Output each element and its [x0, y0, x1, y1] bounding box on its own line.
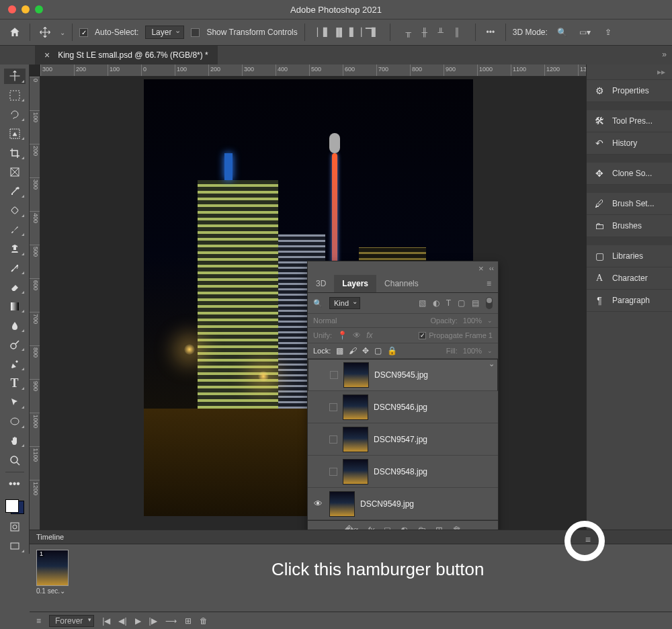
panel-brush-settings[interactable]: 🖊Brush Set...: [587, 193, 672, 215]
edit-toolbar-icon[interactable]: •••: [4, 476, 26, 492]
align-right-icon[interactable]: ▋▕: [348, 25, 363, 40]
filter-adjust-icon[interactable]: ◐: [433, 298, 439, 308]
layer-thumbnail[interactable]: [343, 427, 368, 452]
layer-checkbox[interactable]: [329, 435, 337, 444]
brush-tool[interactable]: [4, 222, 26, 238]
distribute-top-icon[interactable]: ╥: [401, 25, 416, 40]
delete-frame-button[interactable]: 🗑: [200, 616, 208, 626]
distribute-vcenter-icon[interactable]: ╫: [417, 25, 432, 40]
lock-pixels-icon[interactable]: 🖌: [349, 346, 357, 355]
fill-chevron-icon[interactable]: ⌄: [487, 347, 493, 354]
crop-tool[interactable]: [4, 145, 26, 161]
close-panel-icon[interactable]: ×: [478, 263, 484, 274]
layer-thumbnail[interactable]: [343, 459, 368, 485]
align-center-h-icon[interactable]: ▐▌: [332, 25, 347, 40]
zoom-tool[interactable]: [4, 452, 26, 468]
tab-layers[interactable]: Layers: [334, 275, 376, 292]
opacity-value[interactable]: 100%: [463, 317, 482, 325]
move-tool[interactable]: [4, 69, 26, 84]
panel-libraries[interactable]: ▢Libraries: [587, 245, 672, 267]
close-tab-icon[interactable]: ×: [44, 50, 50, 60]
eraser-tool[interactable]: [4, 280, 26, 295]
timeline-frame[interactable]: 1 0.1 sec.⌄: [36, 550, 69, 595]
color-swatches[interactable]: [4, 498, 26, 515]
panel-menu-icon[interactable]: ≡: [480, 275, 498, 292]
layer-row[interactable]: DSCN9545.jpg: [308, 359, 498, 391]
layer-name[interactable]: DSCN9545.jpg: [374, 370, 428, 380]
layer-name[interactable]: DSCN9547.jpg: [374, 435, 427, 444]
path-selection-tool[interactable]: [4, 395, 26, 411]
layer-visibility-toggle[interactable]: 👁: [312, 499, 324, 509]
frame-thumbnail[interactable]: 1: [36, 550, 69, 586]
share-icon[interactable]: ⇪: [600, 24, 616, 40]
move-tool-icon[interactable]: [37, 24, 53, 40]
minimize-window-button[interactable]: [22, 5, 30, 13]
rectangle-tool[interactable]: [4, 414, 26, 429]
layer-row[interactable]: 👁DSCN9549.jpg: [308, 488, 498, 520]
filter-toggle[interactable]: [486, 297, 493, 309]
layer-checkbox[interactable]: [329, 403, 337, 411]
blend-mode-select[interactable]: Normal: [313, 317, 425, 325]
layer-name[interactable]: DSCN9548.jpg: [374, 467, 427, 476]
distribute-h-icon[interactable]: ║: [450, 25, 464, 40]
layer-row[interactable]: DSCN9546.jpg: [308, 391, 498, 423]
eyedropper-tool[interactable]: [4, 183, 26, 199]
align-left-icon[interactable]: ▏▋: [316, 25, 331, 40]
loop-select[interactable]: Forever: [49, 615, 94, 627]
opacity-chevron-icon[interactable]: ⌄: [487, 317, 493, 324]
filter-smart-icon[interactable]: ▤: [472, 298, 479, 308]
layer-checkbox[interactable]: [330, 371, 338, 379]
layer-row[interactable]: DSCN9548.jpg: [308, 456, 498, 488]
type-tool[interactable]: T: [4, 376, 26, 391]
unify-visibility-icon[interactable]: 👁: [353, 331, 361, 340]
hand-tool[interactable]: [4, 433, 26, 449]
panel-tool-presets[interactable]: 🛠Tool Pres...: [587, 110, 672, 132]
play-button[interactable]: ▶: [135, 616, 141, 626]
timeline-options-icon[interactable]: ≡: [36, 616, 41, 626]
tab-channels[interactable]: Channels: [376, 275, 427, 292]
history-brush-tool[interactable]: [4, 261, 26, 276]
fill-value[interactable]: 100%: [463, 347, 482, 355]
zoom-window-button[interactable]: [35, 5, 43, 13]
dodge-tool[interactable]: [4, 337, 26, 353]
filter-type-icon[interactable]: T: [446, 298, 451, 308]
tab-3d[interactable]: 3D: [308, 275, 334, 292]
align-top-icon[interactable]: ▔▋: [364, 25, 379, 40]
layers-panel[interactable]: × ‹‹ 3D Layers Channels ≡ 🔍 Kind ▧ ◐ T ▢…: [307, 261, 499, 540]
spot-healing-tool[interactable]: [4, 203, 26, 218]
duplicate-frame-button[interactable]: ⊞: [185, 616, 192, 626]
filter-shape-icon[interactable]: ▢: [458, 298, 465, 308]
collapse-dock-icon[interactable]: ▸▸: [657, 67, 665, 77]
rectangular-marquee-tool[interactable]: [4, 88, 26, 103]
window-controls[interactable]: [0, 5, 43, 13]
screen-mode-toggle[interactable]: [4, 539, 26, 554]
workspace-switcher-icon[interactable]: ▭▾: [577, 24, 593, 40]
expand-tabs-icon[interactable]: »: [662, 50, 667, 59]
object-selection-tool[interactable]: [4, 126, 26, 142]
pen-tool[interactable]: [4, 356, 26, 372]
panel-properties[interactable]: ⚙Properties: [587, 80, 672, 102]
foreground-color[interactable]: [5, 499, 19, 513]
auto-select-checkbox[interactable]: ✓: [79, 28, 88, 37]
gradient-tool[interactable]: [4, 299, 26, 314]
collapse-panel-icon[interactable]: ‹‹: [489, 264, 494, 272]
lock-all-icon[interactable]: 🔒: [387, 346, 397, 355]
filter-pixel-icon[interactable]: ▧: [419, 298, 426, 308]
layer-checkbox[interactable]: [329, 468, 337, 476]
panel-brushes[interactable]: 🗀Brushes: [587, 215, 672, 237]
document-viewport[interactable]: 3002001000100200300400500600700800900100…: [30, 65, 586, 554]
panel-paragraph[interactable]: ¶Paragraph: [587, 290, 672, 312]
panel-character[interactable]: ACharacter: [587, 267, 672, 290]
filter-kind-select[interactable]: Kind: [329, 297, 360, 309]
first-frame-button[interactable]: |◀: [102, 616, 110, 626]
layer-name[interactable]: DSCN9546.jpg: [374, 403, 427, 412]
horizontal-ruler[interactable]: 3002001000100200300400500600700800900100…: [40, 65, 586, 77]
layer-thumbnail[interactable]: [329, 491, 355, 517]
quick-mask-toggle[interactable]: [4, 519, 26, 535]
clone-stamp-tool[interactable]: [4, 241, 26, 257]
home-button[interactable]: [7, 24, 23, 40]
blur-tool[interactable]: [4, 318, 26, 333]
unify-position-icon[interactable]: 📍: [337, 331, 347, 340]
tool-dropdown-chevron-icon[interactable]: ⌄: [60, 29, 65, 36]
layer-thumbnail[interactable]: [343, 394, 368, 420]
